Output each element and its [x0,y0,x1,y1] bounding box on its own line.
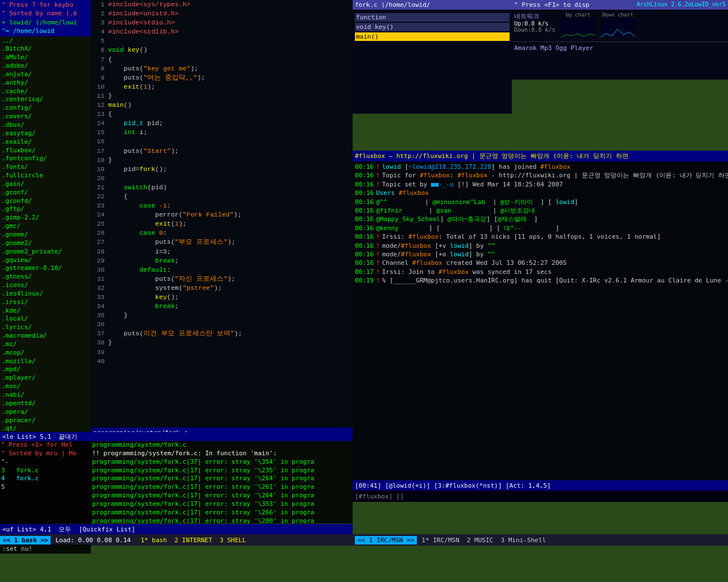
file-item[interactable]: .fullcircle [2,172,89,180]
fork-fn-main[interactable]: main() [355,32,510,41]
vim-fl-sep: "- [0,458,91,467]
file-item[interactable]: .covers/ [2,113,89,121]
irc-line: 00:16 ! Channel #fluxbox created Wed Jul… [355,259,726,267]
irc-line: 00:17 ! Irssi: Join to #fluxbox was sync… [355,268,726,276]
irc-line: 00:19 ! % [______GRM@pjtco.users.HanIRC.… [355,276,726,285]
file-item[interactable]: .mcop/ [2,349,89,357]
file-item[interactable]: .gain/ [2,180,89,189]
file-item[interactable]: .msn/ [2,383,89,391]
file-item[interactable]: .local/ [2,315,89,323]
file-item[interactable]: ../ [2,37,89,45]
file-item[interactable]: .config/ [2,104,89,113]
fork-content: function void key() main() [353,10,512,44]
file-item[interactable]: .kde/ [2,307,89,315]
file-item[interactable]: .gtness/ [2,273,89,281]
file-item[interactable]: .mpd/ [2,365,89,374]
error-4: programming/system/fork.c|17| error: str… [91,483,353,492]
file-manager-header: " Press ? for keybo " Sorted by name (.b… [0,0,91,36]
file-item[interactable]: .fluxbox/ [2,147,89,155]
irc-tag-ircmsn[interactable]: << 1 IRC/MSN >> [355,536,417,544]
file-item[interactable]: .anthy/ [2,79,89,88]
file-item[interactable]: .aMule/ [2,53,89,62]
error-3: programming/system/fork.c|17| error: str… [91,475,353,483]
file-item[interactable]: .adobe/ [2,62,89,70]
file-item[interactable]: .cache/ [2,88,89,96]
error-main: !! programming/system/fork.c: In functio… [91,450,353,458]
file-item[interactable]: .easytag/ [2,130,89,138]
arch-title: ArchLinux 2.6.2oLowID_ver5 [636,1,726,9]
error-8: programming/system/fork.c|17| error: str… [91,517,353,523]
file-item[interactable]: .gstreamer-0.10/ [2,264,89,273]
vim-fl-4[interactable]: 4 fork.c [0,475,91,483]
irc-line: 00:16 @^^ | @minusnine^Lab | @보-키리이 ] [ … [355,198,726,206]
file-item[interactable]: .opera/ [2,408,89,417]
fork-fn-key[interactable]: void key() [355,23,510,31]
irc-line: 00:16 @kenny ] [ ] [ 대^-- ] [355,224,726,232]
file-item[interactable]: .nabi/ [2,391,89,400]
taskbar-left: << 1 bash >> Load: 0.00 0.08 0.14 1* bas… [0,534,353,546]
net-up: 네트워크 Up:0.0 k/s Down:0.0 k/s [514,12,555,39]
file-item[interactable]: .centericq/ [2,95,89,104]
vim-bottom-text: <uf List> 4,1 모두 [Quickfix List] [2,525,135,534]
file-item[interactable]: .macromedia/ [2,332,89,340]
vim-filelist: " Press <1> for Hel " Sorted by mru | Ho… [0,441,91,523]
irc-line: 00:16 @fifnir | @san | @시방조강내 [355,206,726,215]
file-item[interactable]: .exaile/ [2,138,89,147]
net-stats: 네트워크 Up:0.0 k/s Down:0.0 k/s Up chart Do… [512,10,728,41]
taskbar-load: Load: 0.00 0.08 0.14 [55,537,130,544]
error-2: programming/system/fork.c|17| error: str… [91,467,353,475]
file-item[interactable]: .openttd/ [2,400,89,408]
irc-line: 00:16 @Happy_Sky_School] @따아~충극강] [@재스뱔레… [355,215,726,223]
irc-prompt: [#fluxbox] [] [355,493,404,500]
file-item[interactable]: .gqview/ [2,256,89,265]
fm-header-2: " Sorted by name (.b [2,9,89,18]
file-item[interactable]: .gconfd/ [2,197,89,206]
irc-status: [00:41] [@lowid(+i)] [3:#fluxbox(*nst)] … [353,480,728,490]
error-1: programming/system/fork.c|37| error: str… [91,458,353,467]
file-item[interactable]: .gnome2_private/ [2,248,89,256]
fork-fn-function[interactable]: function [355,13,510,22]
file-item[interactable]: .gnome2/ [2,239,89,248]
file-manager-items: ../ .BitchX/ .aMule/ .adobe/ .anjuta/ .a… [0,36,91,451]
fm-header-1: " Press ? for keybo [2,1,89,9]
file-item[interactable]: .gmc/ [2,222,89,231]
file-item[interactable]: .ies4linux/ [2,290,89,298]
file-item[interactable]: .anjuta/ [2,70,89,79]
taskbar-workspace: 1* bash 2 INTERNET 3 SHELL [133,537,246,544]
file-item[interactable]: .mplayer/ [2,374,89,383]
irc-messages: 00:16 ! lowid [~lowid@218.235.172.228] h… [353,161,728,286]
file-item[interactable]: .fontconfig/ [2,155,89,163]
file-item[interactable]: .lyrics/ [2,323,89,332]
file-item[interactable]: .gftp/ [2,205,89,214]
file-item[interactable]: .mc/ [2,340,89,349]
irc-input-area[interactable]: [#fluxbox] [] [353,490,728,502]
error-7: programming/system/fork.c|17| error: str… [91,509,353,517]
net-chart-up: Up chart [561,12,595,39]
vim-bottom-status: <uf List> 4,1 모두 [Quickfix List] [0,524,353,534]
irc-line: 00:16 ! lowid [~lowid@218.235.172.228] h… [355,163,726,171]
file-item[interactable]: .gnome/ [2,231,89,239]
file-item[interactable]: .fonts/ [2,163,89,172]
file-item[interactable]: .dbus/ [2,121,89,130]
network-titlebar: " Press <F1> to disp ArchLinux 2.6.2oLow… [512,0,728,10]
vim-fl-help: " Press <1> for Hel [0,441,91,450]
file-item[interactable]: .BitchX/ [2,45,89,53]
irc-panel: #fluxbox – http://fluxwiki.org | 문근영 엉덩이… [353,151,728,480]
network-panel: " Press <F1> to disp ArchLinux 2.6.2oLow… [512,0,728,80]
irc-line: 00:16 ! Topic set by ■■-_-u [!] Wed Mar … [355,180,726,189]
error-filename: programming/system/fork.c [91,441,353,450]
file-item[interactable]: .gimp-2.2/ [2,214,89,222]
file-item[interactable]: .mozilla/ [2,357,89,366]
file-item[interactable]: .gconf/ [2,189,89,197]
taskbar-tag-bash[interactable]: << 1 bash >> [0,536,51,544]
fork-titlebar: fork.c (/home/lowid/ [353,0,512,10]
vim-fl-3[interactable]: 3 fork.c [0,467,91,475]
irc-line: 00:16 ! Topic for #fluxbox: #fluxbox - h… [355,171,726,180]
file-item[interactable]: .ppracer/ [2,417,89,425]
fork-panel: fork.c (/home/lowid/ function void key()… [353,0,512,114]
file-item[interactable]: .irssi/ [2,298,89,307]
file-item[interactable]: .icons/ [2,281,89,290]
error-6: programming/system/fork.c|17| error: str… [91,500,353,509]
vim-fl-sorted: " Sorted by mru | Ho [0,450,91,458]
fm-header-3: + lowid/ (/home/lowi [2,18,89,27]
